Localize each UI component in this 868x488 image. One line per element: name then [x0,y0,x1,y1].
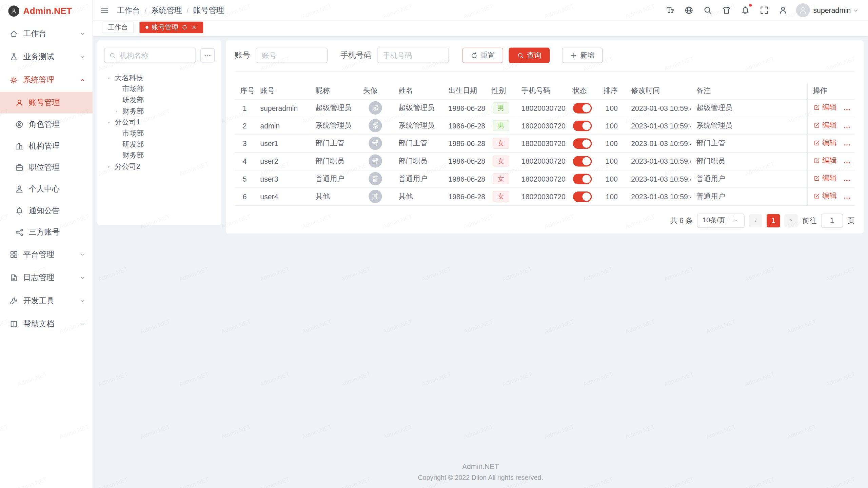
prev-page-button[interactable] [749,214,762,227]
user-avatar[interactable] [796,3,810,17]
tree-item[interactable]: 分公司2 [104,161,215,172]
language-icon[interactable] [684,5,694,15]
collapse-menu-icon[interactable] [100,5,109,15]
status-cell [567,99,598,117]
remark-cell: 普通用户 [691,170,807,187]
phone-cell: 18020030720 [516,187,567,205]
close-tab-icon[interactable] [191,24,197,30]
tree-node-label: 分公司1 [115,117,140,127]
tree-item[interactable]: 财务部 [104,106,215,117]
tree-item[interactable]: 市场部 [104,128,215,139]
account-filter-input[interactable] [256,47,328,63]
sidebar-subitem[interactable]: 三方账号 [0,221,93,243]
status-toggle[interactable] [573,156,592,166]
nickname-cell: 部门主管 [310,135,357,152]
edit-button[interactable]: 编辑 [813,174,837,183]
status-toggle[interactable] [573,120,592,131]
chevron-down-icon [79,274,86,281]
reset-button[interactable]: 重置 [462,47,503,63]
next-page-button[interactable] [784,214,797,227]
edit-button[interactable]: 编辑 [813,103,837,113]
sidebar-item[interactable]: 帮助文档 [0,312,93,336]
sidebar-subitem[interactable]: 个人中心 [0,178,93,200]
nickname-cell: 超级管理员 [310,99,357,117]
tab-workbench[interactable]: 工作台 [102,21,134,33]
goto-page-input[interactable] [821,213,843,227]
gender-cell: 女 [486,170,516,187]
edit-button[interactable]: 编辑 [813,138,837,148]
avatar-cell: 其 [358,187,393,205]
footer-title: Admin.NET [93,463,868,471]
row-more-button[interactable] [843,123,851,131]
sidebar-item[interactable]: 工作台 [0,22,93,45]
sidebar-item[interactable]: 开发工具 [0,289,93,313]
search-icon[interactable] [703,5,713,15]
sidebar-item[interactable]: 日志管理 [0,266,93,289]
sidebar-subitem[interactable]: 机构管理 [0,135,93,157]
row-more-button[interactable] [843,141,851,149]
caret-right-icon[interactable] [114,109,122,114]
current-page-button[interactable]: 1 [767,214,780,227]
font-size-icon[interactable] [666,5,675,15]
tree-node-label: 财务部 [122,150,144,160]
row-more-button[interactable] [843,105,851,113]
row-more-button[interactable] [843,159,851,166]
org-more-button[interactable] [200,48,215,62]
sidebar-subitem[interactable]: 账号管理 [0,92,93,114]
edit-button[interactable]: 编辑 [813,191,837,201]
column-header: 账号 [255,82,310,99]
breadcrumb-item[interactable]: 工作台 [117,5,140,15]
breadcrumb-item[interactable]: 账号管理 [193,5,224,15]
notification-badge [749,4,752,6]
caret-right-icon[interactable] [106,164,114,169]
tree-item[interactable]: 市场部 [104,84,215,95]
status-toggle[interactable] [573,174,592,184]
chevron-down-icon[interactable] [852,7,859,14]
org-name-input[interactable] [120,51,191,59]
row-more-button[interactable] [843,194,851,202]
logo[interactable]: Admin.NET [0,0,93,22]
gender-badge: 男 [493,102,509,114]
caret-down-icon[interactable] [106,120,114,125]
username[interactable]: superadmin [813,6,851,14]
notification-bell-icon[interactable] [741,5,750,15]
tree-item[interactable]: 分公司1 [104,117,215,128]
sidebar-item-label: 工作台 [23,29,47,39]
sidebar-item[interactable]: 系统管理 [0,68,93,92]
tab-account-management[interactable]: 账号管理 [139,21,203,33]
refresh-tab-icon[interactable] [182,24,188,30]
edit-button[interactable]: 编辑 [813,120,837,130]
actions-cell: 编辑 [807,99,854,117]
sidebar-subitem[interactable]: 角色管理 [0,114,93,135]
tree-item[interactable]: 研发部 [104,139,215,150]
status-toggle[interactable] [573,191,592,202]
tree-item[interactable]: 大名科技 [104,73,215,84]
search-button[interactable]: 查询 [509,47,550,63]
sidebar-item[interactable]: 平台管理 [0,243,93,266]
tree-item[interactable]: 研发部 [104,95,215,106]
order-cell: 100 [598,117,626,134]
org-tree: 大名科技市场部研发部财务部分公司1市场部研发部财务部分公司2 [104,73,215,172]
sidebar-subitem[interactable]: 通知公告 [0,200,93,221]
caret-down-icon[interactable] [106,76,114,81]
profile-icon[interactable] [778,5,788,15]
edit-button[interactable]: 编辑 [813,156,837,166]
tree-node-label: 市场部 [122,128,144,138]
status-toggle[interactable] [573,138,592,148]
tree-item[interactable]: 财务部 [104,150,215,161]
breadcrumb-item[interactable]: 系统管理 [151,5,182,15]
phone-filter-input[interactable] [377,47,449,63]
logo-icon [8,5,19,17]
total-count: 共 6 条 [670,216,693,225]
avatar-cell: 超 [358,99,393,117]
row-more-button[interactable] [843,176,851,184]
theme-icon[interactable] [722,5,731,15]
status-toggle[interactable] [573,103,592,113]
add-button[interactable]: 新增 [562,47,603,63]
column-header: 操作 [807,82,854,99]
page-size-select[interactable]: 10条/页 [697,213,745,227]
sidebar-item[interactable]: 业务测试 [0,45,93,69]
sidebar-subitem[interactable]: 职位管理 [0,157,93,178]
fullscreen-icon[interactable] [760,5,769,15]
order-cell: 100 [598,99,626,117]
